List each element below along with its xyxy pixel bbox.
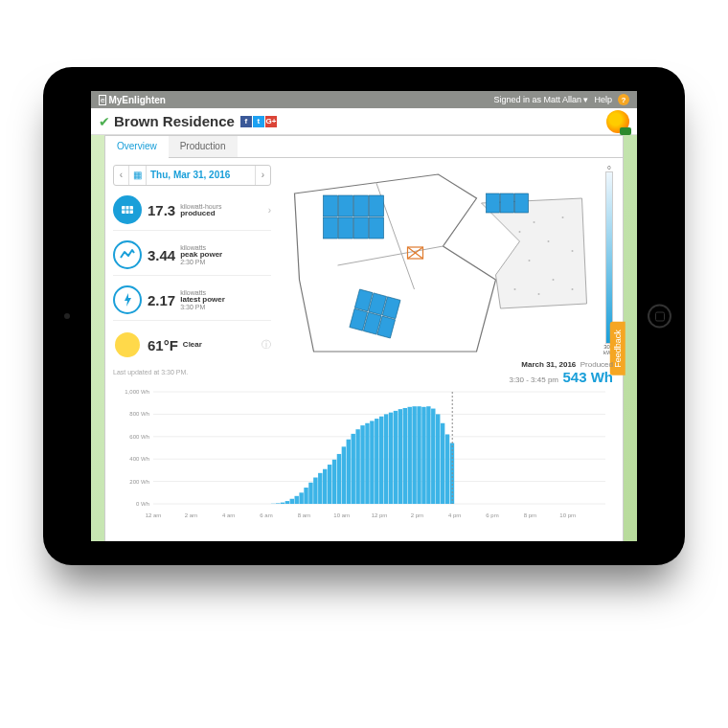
home-button[interactable] — [648, 305, 671, 329]
svg-rect-96 — [436, 414, 440, 504]
svg-rect-16 — [487, 193, 500, 213]
svg-text:2 pm: 2 pm — [411, 512, 423, 518]
svg-point-30 — [562, 216, 564, 218]
svg-rect-97 — [441, 423, 444, 504]
svg-rect-66 — [295, 496, 299, 504]
stat-latest-value: 2.17 — [148, 292, 175, 308]
stat-produced[interactable]: 17.3 kilowatt-hours produced › — [113, 195, 271, 224]
date-picker: ‹ ▦ Thu, Mar 31, 2016 › — [113, 165, 271, 186]
date-display[interactable]: Thu, Mar 31, 2016 — [147, 166, 255, 185]
svg-text:10 pm: 10 pm — [559, 512, 576, 518]
screen: e MyEnlighten Signed in as Matt Allan ▾ … — [91, 91, 637, 541]
svg-text:6 pm: 6 pm — [486, 512, 498, 518]
brand-name: MyEnlighten — [108, 95, 165, 105]
svg-rect-12 — [324, 217, 338, 239]
divider — [113, 320, 271, 321]
svg-rect-68 — [304, 488, 307, 504]
site-titlebar: ✔ Brown Residence f t G+ — [91, 108, 637, 135]
svg-rect-69 — [308, 483, 312, 504]
svg-rect-17 — [501, 193, 514, 213]
svg-rect-18 — [515, 193, 529, 213]
svg-text:2 am: 2 am — [185, 512, 197, 518]
sun-icon — [113, 330, 142, 359]
tooltip-produced-value: 543 Wh — [562, 369, 613, 385]
content-card: Overview Production ‹ ▦ Thu, Mar 31, 201… — [104, 135, 624, 541]
divider — [113, 230, 271, 231]
svg-rect-90 — [408, 407, 412, 504]
chart-tooltip: March 31, 2016 Produced 3:30 - 3:45 pm 5… — [509, 360, 613, 385]
help-link[interactable]: Help — [594, 95, 612, 104]
svg-text:1,000 Wh: 1,000 Wh — [125, 389, 149, 395]
svg-rect-14 — [354, 217, 369, 239]
chevron-down-icon: ▾ — [583, 95, 588, 104]
tooltip-range: 3:30 - 3:45 pm — [509, 375, 558, 384]
tablet-frame: e MyEnlighten Signed in as Matt Allan ▾ … — [43, 67, 685, 565]
last-updated: Last updated at 3:30 PM. — [113, 369, 271, 375]
svg-rect-62 — [276, 503, 280, 504]
svg-rect-67 — [299, 492, 303, 504]
tabs: Overview Production — [105, 136, 623, 158]
production-chart[interactable]: 0 Wh200 Wh400 Wh600 Wh800 Wh1,000 Wh12 a… — [113, 387, 615, 521]
svg-rect-9 — [339, 195, 353, 216]
svg-text:12 am: 12 am — [146, 512, 162, 518]
scale-bar — [605, 171, 613, 344]
chevron-right-icon: › — [268, 205, 271, 216]
date-prev-button[interactable]: ‹ — [114, 166, 129, 185]
svg-point-33 — [553, 279, 555, 281]
svg-marker-5 — [482, 198, 587, 308]
help-icon[interactable]: ? — [618, 94, 629, 105]
svg-text:400 Wh: 400 Wh — [129, 456, 149, 462]
tab-overview[interactable]: Overview — [105, 136, 169, 158]
svg-point-36 — [538, 293, 540, 295]
svg-point-29 — [548, 240, 550, 242]
svg-point-32 — [529, 260, 531, 262]
tooltip-produced-label: Produced — [580, 360, 613, 369]
svg-text:4 pm: 4 pm — [448, 512, 461, 518]
stats-column: ‹ ▦ Thu, Mar 31, 2016 › 17.3 kilowatt-ho… — [113, 165, 271, 375]
svg-rect-76 — [342, 446, 346, 504]
svg-rect-70 — [313, 478, 317, 504]
tab-production[interactable]: Production — [169, 136, 238, 157]
signed-in-label[interactable]: Signed in as Matt Allan ▾ — [493, 95, 588, 104]
stat-peak-label: peak power — [180, 251, 222, 259]
svg-text:200 Wh: 200 Wh — [129, 479, 149, 485]
calendar-icon[interactable]: ▦ — [129, 166, 147, 185]
array-map[interactable] — [283, 165, 594, 356]
svg-rect-71 — [318, 473, 322, 504]
stat-weather[interactable]: 61°F Clear ⓘ — [113, 330, 271, 359]
svg-rect-88 — [398, 409, 402, 504]
date-next-button[interactable]: › — [255, 166, 270, 185]
svg-rect-82 — [370, 421, 374, 504]
svg-rect-87 — [394, 411, 398, 504]
googleplus-icon[interactable]: G+ — [265, 116, 277, 127]
svg-text:600 Wh: 600 Wh — [129, 434, 149, 440]
app-topbar: e MyEnlighten Signed in as Matt Allan ▾ … — [91, 91, 637, 108]
svg-point-28 — [534, 221, 535, 223]
svg-rect-74 — [332, 460, 336, 504]
logo-e-icon: e — [99, 95, 106, 105]
svg-rect-81 — [365, 423, 369, 504]
svg-rect-95 — [431, 409, 435, 504]
info-icon[interactable]: ⓘ — [262, 338, 271, 352]
scale-top: 0 — [607, 165, 610, 171]
social-share: f t G+ — [240, 116, 277, 127]
camera-dot — [64, 313, 70, 319]
stat-latest[interactable]: 2.17 kilowatts latest power 3:30 PM — [113, 285, 271, 314]
svg-rect-13 — [339, 217, 353, 239]
stat-peak-value: 3.44 — [148, 247, 175, 263]
tooltip-date: March 31, 2016 — [521, 360, 576, 369]
svg-rect-75 — [337, 454, 341, 504]
twitter-icon[interactable]: t — [253, 116, 264, 127]
stat-peak[interactable]: 3.44 kilowatts peak power 2:30 PM — [113, 240, 271, 269]
solar-panel-icon — [113, 195, 142, 224]
status-ok-icon: ✔ — [99, 114, 110, 129]
svg-rect-64 — [285, 501, 289, 504]
svg-rect-89 — [403, 408, 407, 504]
installer-logo — [606, 110, 629, 133]
stat-weather-desc: Clear — [183, 341, 202, 349]
svg-point-35 — [514, 288, 516, 290]
facebook-icon[interactable]: f — [240, 116, 252, 127]
svg-text:0 Wh: 0 Wh — [136, 501, 149, 507]
stat-peak-time: 2:30 PM — [180, 259, 222, 265]
svg-text:800 Wh: 800 Wh — [129, 411, 149, 417]
